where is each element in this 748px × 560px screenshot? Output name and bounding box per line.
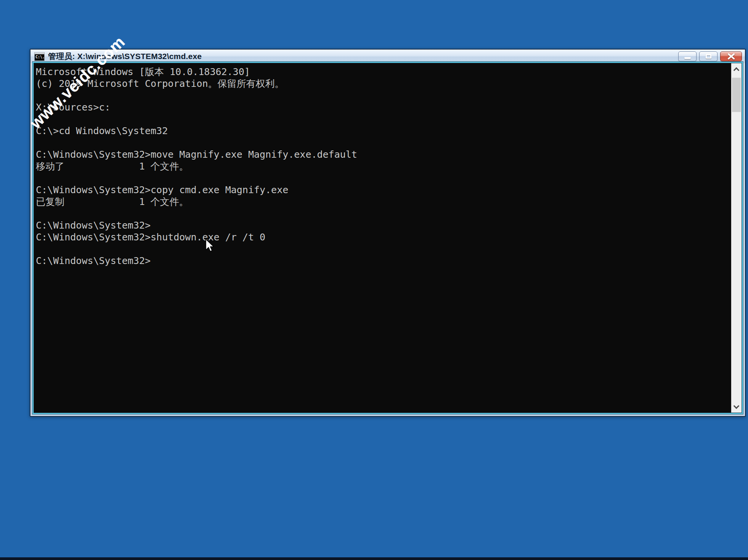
terminal-line — [36, 172, 731, 184]
scroll-up-button[interactable] — [731, 63, 742, 75]
chevron-down-icon — [734, 403, 740, 409]
terminal-line — [36, 208, 731, 219]
scrollbar-thumb[interactable] — [732, 78, 741, 112]
minimize-icon — [684, 57, 691, 59]
terminal-line — [36, 243, 731, 255]
terminal-line: (c) 2019 Microsoft Corporation。保留所有权利。 — [36, 78, 731, 90]
cmd-prompt-icon: C:\. — [34, 52, 45, 61]
vertical-scrollbar[interactable] — [731, 63, 742, 413]
close-button[interactable] — [720, 51, 742, 61]
terminal-line — [36, 90, 731, 101]
scroll-down-button[interactable] — [731, 401, 742, 413]
terminal-line — [36, 113, 731, 125]
terminal-line: C:\>cd Windows\System32 — [36, 125, 731, 137]
terminal-line: C:\Windows\System32>copy cmd.exe Magnify… — [36, 184, 731, 196]
terminal-line: C:\Windows\System32>move Magnify.exe Mag… — [36, 149, 731, 160]
window-title: 管理员: X:\windows\SYSTEM32\cmd.exe — [48, 51, 202, 62]
terminal-output[interactable]: Microsoft Windows [版本 10.0.18362.30](c) … — [34, 63, 731, 413]
close-icon — [727, 53, 735, 59]
terminal-line: X:\Sources>c: — [36, 101, 731, 113]
minimize-button[interactable] — [678, 51, 697, 61]
maximize-button[interactable] — [699, 51, 718, 61]
terminal-line: C:\Windows\System32> — [36, 255, 731, 267]
maximize-icon — [706, 54, 711, 59]
terminal-line: 已复制 1 个文件。 — [36, 196, 731, 208]
screen-bottom-strip — [0, 557, 748, 560]
terminal-client-area: Microsoft Windows [版本 10.0.18362.30](c) … — [34, 63, 742, 413]
cmd-window: C:\. 管理员: X:\windows\SYSTEM32\cmd.exe Mi… — [30, 49, 746, 417]
terminal-line: 移动了 1 个文件。 — [36, 160, 731, 172]
terminal-line — [36, 137, 731, 149]
terminal-line: C:\Windows\System32>shutdown.exe /r /t 0 — [36, 231, 731, 243]
chevron-up-icon — [734, 67, 740, 73]
terminal-line: C:\Windows\System32> — [36, 219, 731, 231]
window-controls — [678, 51, 742, 61]
window-titlebar[interactable]: C:\. 管理员: X:\windows\SYSTEM32\cmd.exe — [30, 50, 745, 63]
mouse-cursor-icon — [205, 239, 215, 253]
cmd-icon-glyph: C:\. — [35, 54, 44, 59]
terminal-line: Microsoft Windows [版本 10.0.18362.30] — [36, 66, 731, 78]
